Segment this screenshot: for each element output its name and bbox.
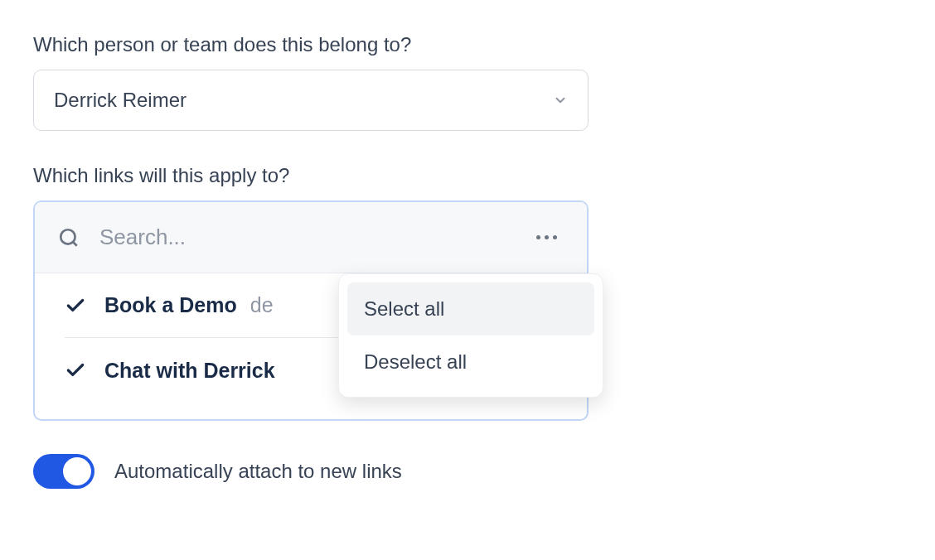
check-icon <box>65 360 86 381</box>
select-all-option[interactable]: Select all <box>347 282 594 336</box>
person-label: Which person or team does this belong to… <box>33 33 902 56</box>
check-icon <box>65 295 86 316</box>
person-select-value: Derrick Reimer <box>54 89 187 112</box>
more-button[interactable] <box>530 229 564 246</box>
select-popover: Select all Deselect all <box>338 273 603 398</box>
search-icon <box>58 227 80 249</box>
search-input[interactable] <box>99 224 530 250</box>
search-bar <box>35 202 587 273</box>
auto-attach-label: Automatically attach to new links <box>114 460 402 483</box>
links-label: Which links will this apply to? <box>33 164 902 187</box>
svg-point-0 <box>61 229 75 244</box>
item-title: Book a Demo <box>104 293 237 317</box>
chevron-down-icon <box>553 93 568 108</box>
item-subtitle: de <box>250 293 274 317</box>
toggle-knob <box>63 457 91 485</box>
auto-attach-toggle[interactable] <box>33 454 94 489</box>
person-select[interactable]: Derrick Reimer <box>33 70 589 131</box>
links-panel: Book a Demo de Chat with Derrick Select … <box>33 200 589 421</box>
svg-line-1 <box>73 242 77 246</box>
more-icon <box>536 235 540 239</box>
item-title: Chat with Derrick <box>104 359 275 383</box>
deselect-all-option[interactable]: Deselect all <box>347 336 594 389</box>
